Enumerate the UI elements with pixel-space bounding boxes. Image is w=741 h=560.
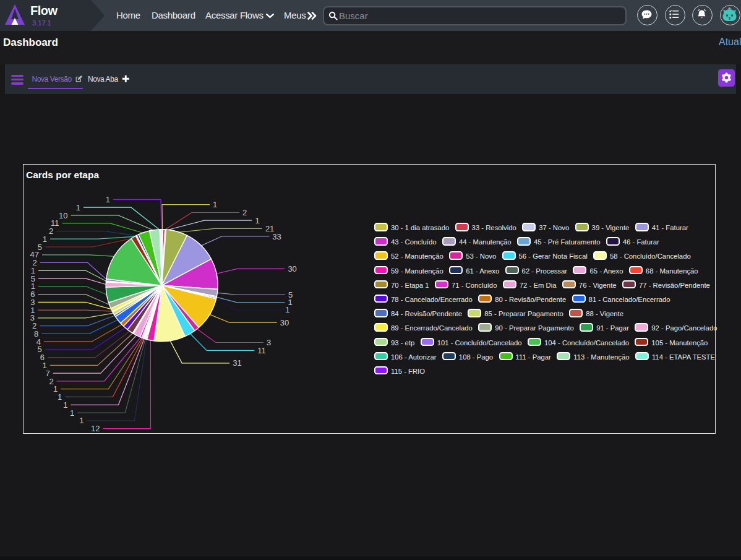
svg-text:47: 47: [30, 250, 39, 259]
svg-text:30: 30: [280, 318, 289, 327]
svg-text:2: 2: [49, 377, 53, 386]
svg-text:3: 3: [267, 338, 271, 347]
svg-text:5: 5: [38, 243, 42, 252]
svg-text:1: 1: [76, 203, 80, 212]
svg-text:10: 10: [59, 211, 67, 220]
svg-text:30: 30: [288, 264, 296, 274]
svg-text:33: 33: [272, 232, 281, 241]
svg-text:1: 1: [79, 416, 84, 425]
svg-text:1: 1: [63, 400, 67, 410]
svg-text:1: 1: [213, 200, 217, 209]
svg-text:1: 1: [30, 306, 35, 315]
svg-text:11: 11: [257, 346, 266, 355]
svg-text:2: 2: [49, 226, 53, 236]
svg-text:1: 1: [58, 392, 62, 402]
svg-text:31: 31: [233, 358, 241, 368]
svg-text:1: 1: [285, 305, 289, 314]
svg-text:1: 1: [53, 384, 58, 394]
svg-text:1: 1: [43, 235, 47, 244]
svg-text:3: 3: [30, 313, 35, 322]
svg-text:6: 6: [40, 353, 45, 362]
svg-text:12: 12: [91, 424, 100, 433]
svg-text:1: 1: [106, 195, 110, 204]
svg-text:1: 1: [31, 266, 35, 275]
svg-text:4: 4: [36, 337, 41, 347]
svg-text:5: 5: [31, 274, 35, 283]
svg-text:1: 1: [255, 216, 259, 225]
svg-text:11: 11: [51, 218, 59, 228]
svg-text:8: 8: [34, 329, 38, 338]
svg-text:6: 6: [30, 290, 35, 299]
svg-text:1: 1: [70, 408, 74, 418]
svg-text:2: 2: [242, 208, 247, 217]
svg-text:7: 7: [46, 369, 50, 378]
